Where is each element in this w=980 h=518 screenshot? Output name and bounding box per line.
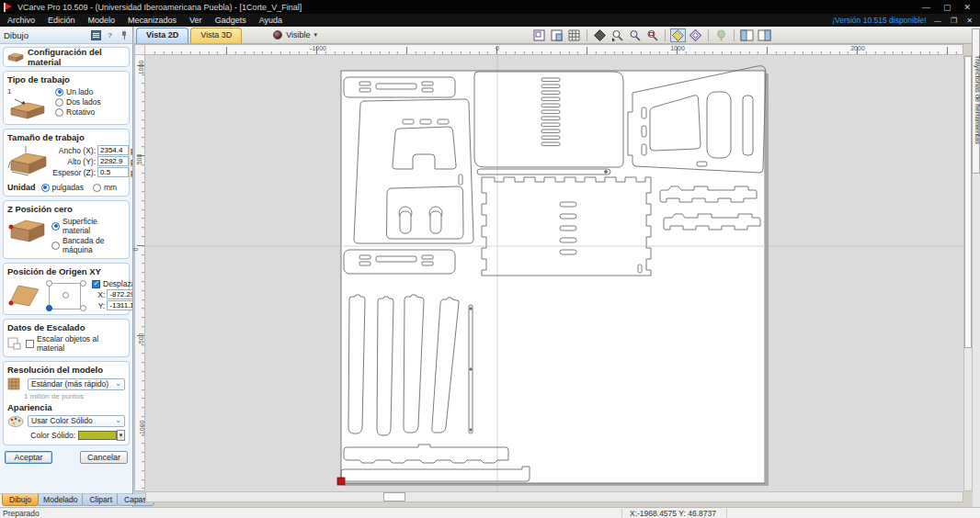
scale-icon: [7, 337, 22, 350]
color-swatch-dropdown-icon[interactable]: ▼: [117, 430, 125, 441]
vertical-scrollbar-thumb[interactable]: [964, 56, 972, 348]
vertical-ruler[interactable]: 1000 500 0 -500 -1000: [134, 55, 145, 491]
menu-ayuda[interactable]: Ayuda: [259, 16, 282, 25]
visible-label: Visible: [286, 30, 310, 39]
ruler-label: 2000: [850, 45, 865, 51]
escalado-title: Datos de Escalado: [7, 322, 125, 332]
ruler-label: 1000: [138, 61, 144, 75]
origin-center[interactable]: [63, 292, 69, 298]
origin-y-input[interactable]: [107, 300, 132, 310]
tab-dibujo[interactable]: Dibujo: [2, 494, 39, 506]
side-count-badge: 1: [7, 87, 11, 96]
origin-bottom-right[interactable]: [80, 305, 86, 311]
sidebar-bottom-tabs: Dibujo Modelado Clipart Capas: [0, 493, 132, 507]
material-setup-panel: Configuración del material Tipo de traba…: [0, 44, 132, 493]
ancho-unit: pulgadas: [131, 146, 132, 155]
origin-corner-selector: [46, 280, 86, 311]
menu-ver[interactable]: Ver: [189, 16, 202, 25]
resolucion-apariencia-card: Resolución del modelo Estándar (más rápi…: [3, 361, 130, 445]
tab-modelado[interactable]: Modelado: [36, 494, 85, 506]
pin-icon[interactable]: [119, 30, 129, 40]
panel-title-card: Configuración del material: [3, 47, 130, 67]
sidebar-header: Dibujo ?: [0, 27, 132, 44]
escalar-objetos-checkbox[interactable]: [26, 340, 34, 348]
origin-x-input[interactable]: [107, 289, 132, 299]
aceptar-button[interactable]: Aceptar: [5, 451, 52, 464]
radio-mm[interactable]: [93, 184, 101, 192]
status-bar: Preparado X:-1968.4575 Y: 46.8737: [0, 507, 980, 518]
radio-bancada-maquina[interactable]: [51, 242, 60, 250]
tab-vista-2d[interactable]: Vista 2D: [136, 28, 188, 43]
origin-x-label: X:: [97, 290, 105, 299]
origin-top-left[interactable]: [46, 280, 52, 287]
app-icon: [4, 3, 13, 12]
ancho-input[interactable]: [97, 145, 129, 155]
toolpaths-tab-label: Trayectorias de herramientas: [974, 40, 980, 160]
horizontal-scrollbar[interactable]: [145, 491, 963, 502]
resolucion-dropdown[interactable]: Estándar (más rápido): [28, 378, 125, 390]
visible-dropdown-button[interactable]: Visible ▾: [268, 28, 323, 41]
page-title: Configuración del material: [28, 47, 125, 67]
right-panel-strip: Trayectorias de herramientas: [973, 27, 980, 507]
toolpath-preview-icon[interactable]: [713, 28, 729, 42]
minimize-button[interactable]: —: [922, 3, 930, 12]
tipo-title: Tipo de trabajo: [7, 74, 125, 84]
material-shadow: [344, 483, 769, 486]
radio-mm-label: mm: [104, 183, 117, 192]
menu-modelo[interactable]: Modelo: [88, 16, 116, 25]
tab-vista-3d[interactable]: Vista 3D: [190, 28, 242, 43]
help-icon[interactable]: ?: [105, 30, 115, 40]
menu-mecanizados[interactable]: Mecanizados: [128, 16, 177, 25]
horizontal-ruler[interactable]: -1000 0 1000 2000: [145, 44, 963, 55]
zoom-selection-icon[interactable]: [644, 28, 660, 42]
radio-rotativo-label: Rotativo: [66, 107, 95, 117]
toolpaths-vertical-tab[interactable]: Trayectorias de herramientas: [972, 28, 980, 174]
ancho-label: Ancho (X):: [51, 146, 96, 155]
grid-toggle-icon[interactable]: [566, 28, 582, 42]
pan-tool-icon[interactable]: [592, 28, 608, 42]
desplazar-checkbox[interactable]: [92, 280, 100, 288]
espesor-unit: pulgadas: [131, 168, 132, 177]
origen-title: Posición de Origen XY: [7, 266, 125, 276]
radio-dos-lados[interactable]: [55, 98, 63, 107]
radio-rotativo[interactable]: [55, 108, 63, 117]
zoom-interactive-icon[interactable]: [610, 28, 625, 42]
color-solido-label: Color Sólido:: [30, 431, 75, 440]
sphere-icon: [273, 30, 282, 39]
menu-edicion[interactable]: Edición: [48, 16, 75, 25]
origin-marker[interactable]: [337, 478, 345, 485]
radio-superficie-label: Superficie material: [63, 217, 125, 235]
view-2d-icon[interactable]: [670, 28, 686, 42]
ruler-label: -1000: [310, 45, 326, 51]
2d-view-canvas[interactable]: [145, 55, 963, 491]
alto-input[interactable]: [97, 156, 129, 166]
version-available-link[interactable]: ¡Versión 10.515 disponible!: [832, 16, 927, 25]
menu-gadgets[interactable]: Gadgets: [215, 16, 246, 25]
zoom-material-icon[interactable]: [549, 28, 564, 42]
apariencia-dropdown[interactable]: Usar Color Sólido: [28, 415, 125, 427]
menu-bar: Archivo Edición Modelo Mecanizados Ver G…: [0, 14, 980, 27]
layout-split-horizontal-icon[interactable]: [739, 28, 755, 42]
radio-un-lado[interactable]: [55, 88, 63, 96]
view-toolbar: [531, 28, 772, 42]
close-button[interactable]: ✕: [963, 3, 971, 12]
espesor-input[interactable]: [97, 167, 129, 177]
ruler-corner-box[interactable]: [134, 44, 145, 55]
maximize-button[interactable]: ▢: [943, 3, 952, 12]
radio-pulgadas[interactable]: [41, 184, 50, 192]
cancelar-button[interactable]: Cancelar: [80, 451, 128, 464]
layout-split-vertical-icon[interactable]: [757, 28, 772, 42]
horizontal-scrollbar-thumb[interactable]: [383, 492, 405, 501]
color-swatch[interactable]: [78, 431, 117, 440]
panel-switch-icon[interactable]: [91, 30, 101, 40]
origin-top-right[interactable]: [80, 280, 86, 287]
zoom-box-icon[interactable]: [627, 28, 643, 42]
origin-bottom-left[interactable]: [46, 305, 52, 311]
mdi-window-controls[interactable]: — ❐ ✕: [934, 17, 976, 25]
radio-superficie-material[interactable]: [51, 222, 60, 231]
vcarve-window: VCarve Pro 10.509 - (Universidad Iberoam…: [0, 0, 980, 518]
view-3d-icon[interactable]: [688, 28, 703, 42]
menu-archivo[interactable]: Archivo: [7, 16, 35, 25]
zoom-drawing-icon[interactable]: [531, 28, 547, 42]
tab-clipart[interactable]: Clipart: [82, 494, 120, 506]
